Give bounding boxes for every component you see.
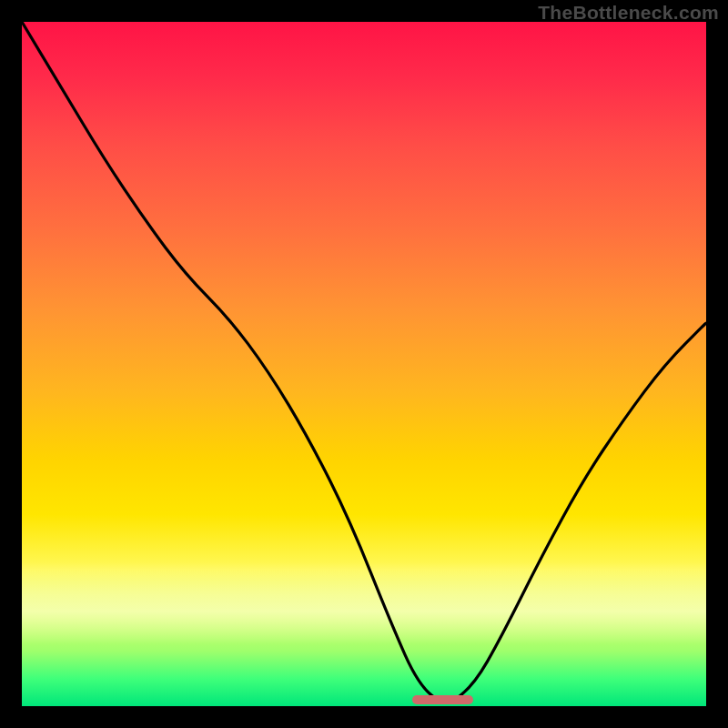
- curve-path: [22, 22, 706, 701]
- watermark-text: TheBottleneck.com: [538, 2, 719, 24]
- bottleneck-curve: [22, 22, 706, 706]
- plot-area: [22, 22, 706, 706]
- chart-frame: TheBottleneck.com: [0, 0, 728, 728]
- optimal-marker: [412, 695, 474, 704]
